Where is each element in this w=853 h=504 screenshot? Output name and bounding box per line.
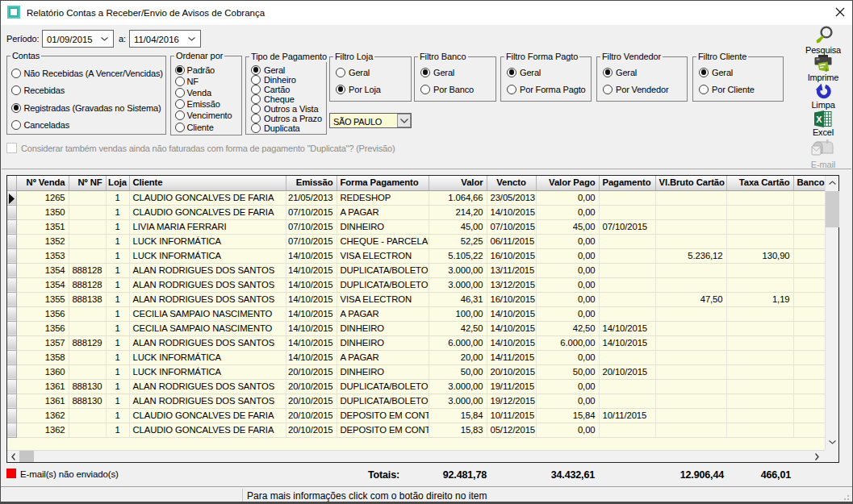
- svg-text:X: X: [816, 115, 822, 124]
